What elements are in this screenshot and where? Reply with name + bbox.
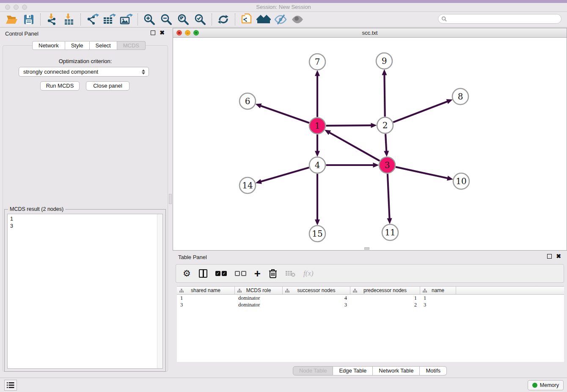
hide-selected-button[interactable] — [272, 13, 289, 26]
column-header-filler — [456, 287, 564, 294]
zoom-window-icon[interactable] — [22, 5, 27, 10]
edge-4-14[interactable] — [260, 168, 309, 182]
node-label-14: 14 — [242, 180, 253, 190]
eye-icon — [291, 14, 304, 25]
cell-0-3[interactable]: 1 — [350, 295, 420, 301]
column-sort-icon — [179, 289, 184, 293]
edge-1-6[interactable] — [260, 105, 309, 123]
toolbar-separator — [40, 14, 41, 25]
maximize-network-icon[interactable]: + — [193, 30, 199, 36]
delete-row-button[interactable] — [269, 267, 277, 280]
tab-mcds[interactable]: MCDS — [117, 41, 146, 50]
zoom-out-icon — [160, 13, 173, 26]
float-table-panel-icon[interactable] — [547, 254, 552, 259]
export-network-icon — [85, 13, 99, 26]
apply-layout-button[interactable] — [215, 13, 232, 26]
edge-2-9[interactable] — [384, 74, 385, 116]
zoom-in-button[interactable] — [141, 13, 158, 26]
cell-1-0[interactable]: 3 — [177, 301, 235, 308]
cell-0-4[interactable]: 1 — [420, 295, 456, 301]
tab-node-table[interactable]: Node Table — [293, 366, 333, 375]
table-row-0[interactable]: 1dominator411 — [177, 295, 564, 301]
node-label-11: 11 — [385, 227, 395, 237]
cell-1-1[interactable]: dominator — [235, 301, 283, 308]
run-mcds-button[interactable]: Run MCDS — [40, 81, 80, 91]
close-table-panel-icon[interactable]: ✖ — [556, 254, 561, 259]
plus-icon: + — [254, 269, 261, 278]
save-session-button[interactable] — [20, 13, 37, 26]
network-window-titlebar[interactable]: ✕ − + scc.txt — [173, 28, 567, 38]
panel-splitter-handle[interactable] — [169, 194, 172, 204]
zoom-selected-button[interactable] — [192, 13, 209, 26]
import-table-button[interactable] — [61, 13, 77, 26]
network-canvas[interactable]: 7968124314101511 — [173, 38, 567, 250]
deselect-all-button[interactable] — [235, 267, 246, 280]
import-network-button[interactable] — [44, 13, 61, 26]
network-hscrollbar[interactable] — [364, 247, 369, 250]
control-panel: Control Panel ✖ Network Style Select MCD… — [0, 28, 171, 373]
edge-arrowhead-1-2 — [371, 123, 377, 128]
zoom-out-button[interactable] — [158, 13, 175, 26]
float-panel-icon[interactable] — [151, 30, 155, 35]
tab-style[interactable]: Style — [65, 41, 90, 50]
select-all-button[interactable]: ✓✓ — [215, 267, 227, 280]
edge-1-2[interactable] — [326, 125, 372, 126]
tab-select[interactable]: Select — [90, 41, 117, 50]
edge-3-1[interactable] — [329, 132, 380, 160]
node-label-2: 2 — [383, 120, 388, 130]
edge-arrowhead-2-3 — [384, 151, 389, 157]
tab-motifs[interactable]: Motifs — [420, 366, 447, 375]
unchecked-box-icon — [235, 271, 240, 276]
open-file-button[interactable] — [3, 13, 20, 26]
result-scrollbar[interactable] — [157, 214, 162, 368]
node-label-9: 9 — [382, 56, 387, 66]
export-image-button[interactable] — [118, 13, 135, 26]
tab-edge-table[interactable]: Edge Table — [333, 366, 373, 375]
task-history-button[interactable] — [4, 380, 17, 391]
search-field[interactable] — [438, 14, 561, 24]
edge-2-8[interactable] — [393, 101, 448, 122]
close-network-icon[interactable]: ✕ — [176, 30, 182, 36]
cell-0-1[interactable]: dominator — [235, 295, 283, 301]
minimize-network-icon[interactable]: − — [185, 30, 190, 36]
optimization-criterion-select[interactable]: strongly connected component — [19, 67, 149, 77]
zoom-fit-button[interactable] — [175, 13, 192, 26]
function-builder-button-disabled: f(x) — [303, 267, 314, 280]
table-settings-button[interactable]: ⚙ — [183, 267, 191, 280]
close-panel-icon[interactable]: ✖ — [160, 30, 165, 35]
tab-network[interactable]: Network — [32, 41, 65, 50]
minimize-window-icon[interactable] — [14, 5, 19, 10]
show-graphics-details-button[interactable] — [289, 13, 306, 26]
cell-0-0[interactable]: 1 — [177, 295, 235, 301]
close-panel-button[interactable]: Close panel — [86, 81, 129, 91]
edge-arrowhead-1-6 — [255, 103, 261, 108]
window-controls-inactive[interactable] — [5, 5, 27, 10]
column-layout-button[interactable] — [199, 267, 207, 280]
column-header-successor-nodes[interactable]: successor nodes — [283, 287, 350, 294]
table-row-1[interactable]: 3dominator323 — [177, 301, 564, 308]
export-network-button[interactable] — [84, 13, 101, 26]
column-header-predecessor-nodes[interactable]: predecessor nodes — [350, 287, 420, 294]
cell-1-2[interactable]: 3 — [283, 301, 350, 308]
mcds-result-area[interactable]: 1 3 — [7, 214, 163, 369]
tab-network-table[interactable]: Network Table — [373, 366, 420, 375]
column-header-MCDS-role[interactable]: MCDS role — [235, 287, 283, 294]
edge-3-11[interactable] — [388, 174, 390, 219]
cell-1-3[interactable]: 2 — [350, 301, 420, 308]
app-titlebar: Session: New Session — [0, 3, 567, 12]
show-all-networks-button[interactable] — [255, 13, 272, 26]
column-header-name[interactable]: name — [420, 287, 456, 294]
edge-2-3[interactable] — [385, 134, 386, 152]
add-row-button[interactable]: + — [254, 267, 261, 280]
export-table-button[interactable] — [101, 13, 118, 26]
memory-button[interactable]: Memory — [528, 380, 564, 390]
new-network-from-selection-button[interactable] — [238, 13, 255, 26]
close-window-icon[interactable] — [5, 5, 10, 10]
network-graph: 7968124314101511 — [173, 38, 567, 250]
search-input[interactable] — [449, 15, 561, 23]
column-header-shared-name[interactable]: shared name — [177, 287, 235, 294]
gear-icon: ⚙ — [183, 269, 191, 278]
cell-0-2[interactable]: 4 — [283, 295, 350, 301]
cell-1-4[interactable]: 3 — [420, 301, 456, 308]
edge-3-10[interactable] — [396, 167, 448, 178]
